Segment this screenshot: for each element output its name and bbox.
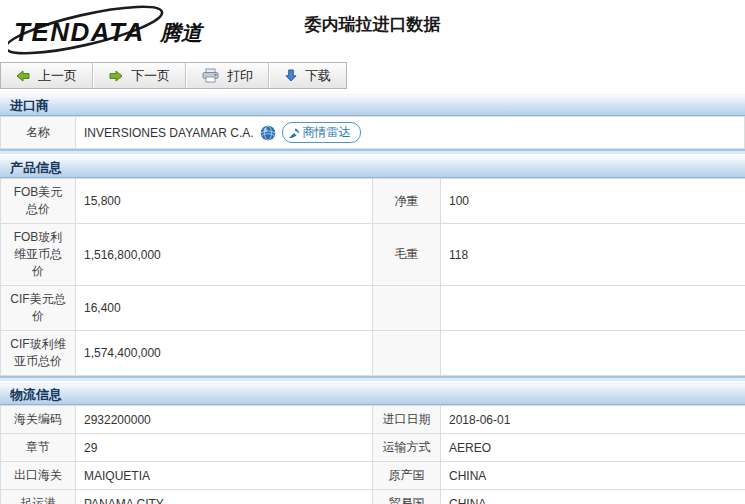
table-row: 起运港 PANAMA CITY 贸易国 CHINA <box>1 490 745 504</box>
print-label: 打印 <box>227 67 253 85</box>
business-radar-label: 商情雷达 <box>303 124 351 141</box>
field-value: 2018-06-01 <box>441 406 745 434</box>
importer-name-label: 名称 <box>1 117 76 149</box>
download-label: 下载 <box>305 67 331 85</box>
logistics-section: 物流信息 海关编码 2932200000 进口日期 2018-06-01 章节 … <box>0 383 745 504</box>
field-value <box>441 331 745 376</box>
table-row: FOB玻利维亚币总价 1,516,800,000 毛重 118 <box>1 224 745 286</box>
table-row: CIF玻利维亚币总价 1,574,400,000 <box>1 331 745 376</box>
arrow-left-icon <box>16 70 30 82</box>
field-value: CHINA <box>441 490 745 504</box>
table-row: 出口海关 MAIQUETIA 原产国 CHINA <box>1 462 745 490</box>
pager-toolbar: 上一页 下一页 打印 下载 <box>0 62 347 89</box>
logistics-section-title: 物流信息 <box>0 383 745 405</box>
field-value: 1,516,800,000 <box>76 224 373 286</box>
field-value <box>441 286 745 331</box>
field-label: CIF玻利维亚币总价 <box>1 331 76 376</box>
field-value: PANAMA CITY <box>76 490 373 504</box>
field-label: 毛重 <box>373 224 441 286</box>
business-radar-badge[interactable]: 商情雷达 <box>282 122 361 143</box>
field-label: FOB美元总价 <box>1 179 76 224</box>
download-button[interactable]: 下载 <box>269 63 346 88</box>
table-row: CIF美元总价 16,400 <box>1 286 745 331</box>
field-value: 16,400 <box>76 286 373 331</box>
printer-icon <box>202 68 219 83</box>
logistics-table: 海关编码 2932200000 进口日期 2018-06-01 章节 29 运输… <box>0 405 745 504</box>
field-label: CIF美元总价 <box>1 286 76 331</box>
page-title: 委内瑞拉进口数据 <box>0 13 745 36</box>
field-label <box>373 286 441 331</box>
field-value: 100 <box>441 179 745 224</box>
next-page-label: 下一页 <box>131 67 170 85</box>
field-label: 净重 <box>373 179 441 224</box>
field-label: 章节 <box>1 434 76 462</box>
table-row: 章节 29 运输方式 AEREO <box>1 434 745 462</box>
field-label: 原产国 <box>373 462 441 490</box>
table-row: 名称 INVERSIONES DAYAMAR C.A. <box>1 117 745 149</box>
importer-section-title: 进口商 <box>0 94 745 116</box>
importer-name-value: INVERSIONES DAYAMAR C.A. <box>84 126 254 140</box>
table-row: 海关编码 2932200000 进口日期 2018-06-01 <box>1 406 745 434</box>
field-label: 进口日期 <box>373 406 441 434</box>
field-value: 118 <box>441 224 745 286</box>
field-value: 2932200000 <box>76 406 373 434</box>
field-label: 贸易国 <box>373 490 441 504</box>
arrow-down-icon <box>285 69 297 82</box>
importer-name-cell: INVERSIONES DAYAMAR C.A. <box>76 117 745 149</box>
prev-page-label: 上一页 <box>38 67 77 85</box>
product-section: 产品信息 FOB美元总价 15,800 净重 100 FOB玻利维亚币总价 1,… <box>0 156 745 378</box>
field-value: 29 <box>76 434 373 462</box>
field-value: AEREO <box>441 434 745 462</box>
arrow-right-icon <box>109 70 123 82</box>
field-value: CHINA <box>441 462 745 490</box>
radar-icon <box>288 127 300 139</box>
next-page-button[interactable]: 下一页 <box>93 63 186 88</box>
product-section-title: 产品信息 <box>0 156 745 178</box>
field-value: 15,800 <box>76 179 373 224</box>
table-row: FOB美元总价 15,800 净重 100 <box>1 179 745 224</box>
field-label: 起运港 <box>1 490 76 504</box>
field-label: FOB玻利维亚币总价 <box>1 224 76 286</box>
field-label: 出口海关 <box>1 462 76 490</box>
globe-icon[interactable] <box>260 125 276 141</box>
field-label <box>373 331 441 376</box>
product-table: FOB美元总价 15,800 净重 100 FOB玻利维亚币总价 1,516,8… <box>0 178 745 376</box>
field-label: 运输方式 <box>373 434 441 462</box>
prev-page-button[interactable]: 上一页 <box>1 63 93 88</box>
field-label: 海关编码 <box>1 406 76 434</box>
print-button[interactable]: 打印 <box>186 63 269 88</box>
field-value: 1,574,400,000 <box>76 331 373 376</box>
importer-table: 名称 INVERSIONES DAYAMAR C.A. <box>0 116 745 149</box>
field-value: MAIQUETIA <box>76 462 373 490</box>
page-header: TENDATA 腾道 委内瑞拉进口数据 <box>0 0 745 58</box>
importer-section: 进口商 名称 INVERSIONES DAYAMAR C.A. <box>0 94 745 151</box>
